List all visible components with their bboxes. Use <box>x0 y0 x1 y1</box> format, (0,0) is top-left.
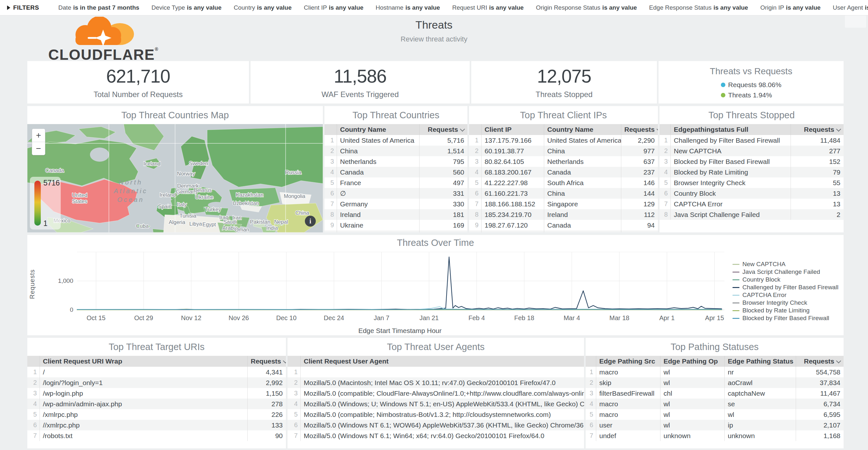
column-header[interactable]: Edge Pathing Status <box>724 356 796 367</box>
map-zoom-in-button[interactable]: + <box>32 129 45 142</box>
column-header[interactable]: Requests <box>247 356 286 367</box>
table-row: 3Netherlands795 <box>324 156 467 167</box>
cell: Blocked by Rate Limiting <box>671 167 790 177</box>
stat-label: Total Number of Requests <box>93 90 183 99</box>
map-country[interactable] <box>207 127 323 187</box>
chart-legend-item[interactable]: Blocked by Filter Based Firewall <box>733 315 844 321</box>
map-info-button[interactable]: i <box>305 216 316 227</box>
chart-legend-item[interactable]: Country Block <box>733 277 844 282</box>
data-table: Client IPCountry NameRequests1137.175.79… <box>469 124 658 232</box>
filter-item[interactable]: Client IPis any value <box>304 4 364 11</box>
column-header[interactable]: Requests <box>790 124 844 135</box>
cell: 68.183.200.167 <box>481 167 544 177</box>
column-header[interactable]: Requests <box>419 124 467 135</box>
table-row: 9198.27.67.120Canada94 <box>469 220 658 231</box>
legend-swatch-icon <box>733 302 740 303</box>
column-header[interactable]: Requests <box>621 124 658 135</box>
column-header[interactable]: Country Name <box>337 124 419 135</box>
row-rank: 6 <box>586 420 596 430</box>
filter-item[interactable]: Countryis any value <box>234 4 292 11</box>
legend-swatch-icon <box>733 264 740 265</box>
chart-legend-item[interactable]: Java Script Challenge Failed <box>733 269 844 275</box>
cell: unknown <box>724 430 796 441</box>
filter-value: is any value <box>405 4 440 11</box>
row-rank: 5 <box>324 177 337 188</box>
cell: Germany <box>337 199 419 209</box>
data-table: Client Request User Agent12Mozilla/5.0 (… <box>287 356 584 441</box>
table-row: 4macrowlse6,734 <box>586 398 844 409</box>
cell: 159 <box>419 231 467 232</box>
threats-over-time-chart[interactable]: Oct 15Oct 29Nov 12Nov 26Dec 10Dec 24Jan … <box>27 250 844 335</box>
column-header[interactable]: Client IP <box>481 124 544 135</box>
rank-column-header <box>659 124 671 135</box>
column-header[interactable]: Edge Pathing Op <box>660 356 724 367</box>
map-country-label: Turkey <box>205 206 221 212</box>
filter-item[interactable]: Dateis in the past 7 months <box>59 4 140 11</box>
map-country-label: India <box>266 225 278 231</box>
cell: Blocked by Filter Based Firewall <box>671 156 790 167</box>
table-row: 3Mozilla/5.0 (compatible; CloudFlare-Alw… <box>287 388 584 398</box>
row-rank: 4 <box>27 398 39 409</box>
legend-series-label: New CAPTCHA <box>742 261 785 267</box>
filter-item[interactable]: Edge Response Statusis any value <box>649 4 748 11</box>
table-row: 8Ireland181 <box>324 209 467 220</box>
filter-item[interactable]: Hostnameis any value <box>375 4 440 11</box>
cell: 2,992 <box>247 377 286 388</box>
target-uris-table: Client Request URI WrapRequests1/4,3412/… <box>27 356 286 448</box>
cell: wl <box>660 420 724 430</box>
filter-item[interactable]: Origin Response Statusis any value <box>536 4 637 11</box>
cell: 185.234.219.70 <box>481 209 544 220</box>
cell: United States of America <box>544 135 621 146</box>
cell: 41.222.227.98 <box>481 177 544 188</box>
table-row: 4Mozilla/5.0 (Windows; U; Windows NT 5.1… <box>287 398 584 409</box>
cell: 61.160.221.73 <box>481 188 544 199</box>
filter-item[interactable]: Device Typeis any value <box>152 4 222 11</box>
legend-series-label: Challenged by Filter Based Firewall <box>742 284 838 290</box>
cell: Canada <box>544 220 621 231</box>
row-rank: 3 <box>659 156 671 167</box>
filter-item[interactable]: Origin IPis any value <box>761 4 821 11</box>
chart-legend-item[interactable]: Browser Integrity Check <box>733 300 844 306</box>
legend-swatch-icon <box>733 272 740 273</box>
filter-item[interactable]: User Agentis any value <box>833 4 868 11</box>
stat-total-requests: 621,710 Total Number of Requests <box>27 61 249 103</box>
cell: 277 <box>790 146 844 156</box>
cell: se <box>724 398 796 409</box>
map-zoom-out-button[interactable]: − <box>32 142 45 155</box>
column-header[interactable]: Requests <box>796 356 844 367</box>
user-agents-table: Client Request User Agent12Mozilla/5.0 (… <box>287 356 584 448</box>
chart-legend-item[interactable]: New CAPTCHA <box>733 261 844 267</box>
legend-series-label: Browser Integrity Check <box>742 300 807 306</box>
table-row: 2Mozilla/5.0 (Macintosh; Intel Mac OS X … <box>287 377 584 388</box>
table-row: 5Mozilla/5.0 (compatible; Nimbostratus-B… <box>287 409 584 420</box>
column-header[interactable]: Client Request URI Wrap <box>39 356 247 367</box>
column-header[interactable]: Edgepathingstatus Full <box>671 124 790 135</box>
map-zoom-control: + − <box>32 128 45 155</box>
world-map[interactable]: CanadaUnitedStatesMexicoCubaIcelandIrela… <box>27 124 323 232</box>
cell: Netherlands <box>337 156 419 167</box>
cell: Country Block <box>671 188 790 199</box>
x-tick-label: Feb 4 <box>468 314 485 322</box>
chart-legend-item[interactable]: Challenged by Filter Based Firewall <box>733 284 844 290</box>
client-ips-table: Client IPCountry NameRequests1137.175.79… <box>469 124 658 232</box>
user-agents-title: Top Threat User Agents <box>287 338 584 356</box>
cell: 133 <box>247 420 286 430</box>
threats-vs-requests-legend: Requests 98.06%Threats 1.94% <box>721 81 782 99</box>
cell: 330 <box>419 199 467 209</box>
map-country-label: Oman <box>235 227 249 232</box>
cell: Ireland <box>337 209 419 220</box>
chart-legend-item[interactable]: Blocked by Rate Limiting <box>733 308 844 313</box>
column-header[interactable]: Client Request User Agent <box>300 356 584 367</box>
column-header[interactable]: Country Name <box>544 124 621 135</box>
filter-value: is any value <box>602 4 637 11</box>
row-rank: 5 <box>287 409 300 420</box>
target-uris-title: Top Threat Target URIs <box>27 338 286 356</box>
table-row: 1macrowlnr554,758 <box>586 367 844 377</box>
cell: nr <box>724 367 796 377</box>
chart-legend-item[interactable]: CAPTCHA Error <box>733 292 844 298</box>
cell: 2,107 <box>796 420 844 430</box>
filters-toggle[interactable]: FILTERS <box>7 4 39 11</box>
cell: 80.82.64.105 <box>481 156 544 167</box>
filter-item[interactable]: Request URIis any value <box>452 4 524 11</box>
column-header[interactable]: Edge Pathing Src <box>596 356 660 367</box>
